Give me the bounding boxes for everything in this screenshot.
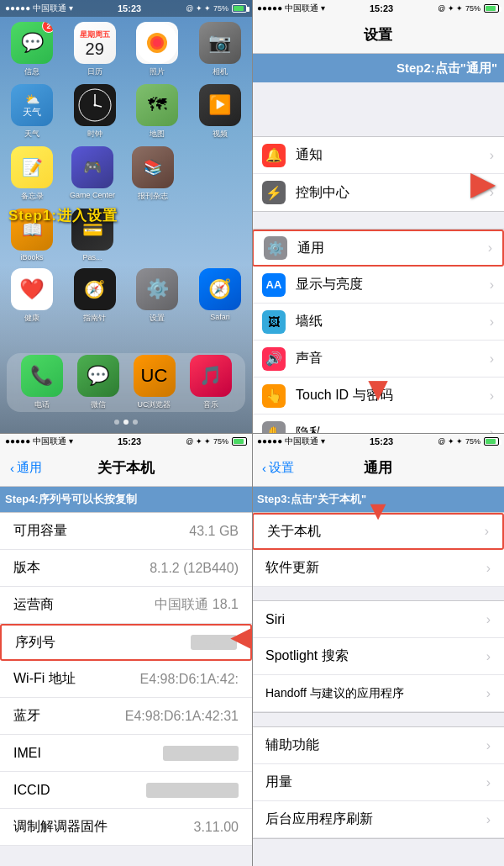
touchid-icon: 👆 (262, 384, 286, 408)
back-chevron-q4: ‹ (262, 461, 266, 475)
about-row-capacity: 可用容量 43.1 GB (0, 513, 252, 550)
general-icon: ⚙️ (264, 236, 287, 260)
serial-blurred: •••••••• (191, 635, 237, 650)
about-row-imei: IMEI •• (0, 735, 252, 772)
general-row-spotlight[interactable]: Spotlight 搜索 › (252, 638, 504, 675)
app-camera[interactable]: 📷 相机 (195, 22, 245, 77)
dock-phone[interactable]: 📞 电话 (17, 355, 67, 410)
battery-icon-q1 (232, 4, 247, 13)
back-label-q3: 通用 (17, 460, 42, 476)
time-q1: 15:23 (118, 3, 141, 13)
notifications-label: 通知 (296, 146, 490, 164)
display-label: 显示与亮度 (296, 276, 490, 293)
dock: 📞 电话 💬 微信 UC UC浏览器 🎵 音乐 (7, 353, 245, 412)
svg-point-3 (153, 39, 161, 47)
app-photos[interactable]: 照片 (132, 22, 182, 77)
messages-badge: 2 (42, 22, 53, 33)
dock-uc[interactable]: UC UC浏览器 (129, 355, 180, 410)
app-settings[interactable]: ⚙️ 设置 (132, 268, 182, 324)
q4-general: ●●●●● 中国联通 ▾ 15:23 @ ✦ ✦ 75% ‹ 设置 通用 Ste… (252, 433, 504, 866)
q3-container: ●●●●● 中国联通 ▾ 15:23 @ ✦ ✦ 75% ‹ 通用 关于本机 S… (0, 433, 252, 866)
wallpaper-label: 墙纸 (296, 313, 490, 330)
step4-label: Step4:序列号可以长按复制 (5, 492, 137, 507)
general-row-usage[interactable]: 用量 › (252, 764, 504, 801)
about-nav-back[interactable]: ‹ 通用 (10, 460, 42, 476)
controlcenter-icon: ⚡ (262, 181, 286, 204)
app-clock[interactable]: 时钟 (70, 84, 120, 140)
about-row-carrier: 运营商 中国联通 18.1 (0, 587, 252, 624)
about-rows: 可用容量 43.1 GB 版本 8.1.2 (12B440) 运营商 中国联通 … (0, 512, 252, 846)
about-nav-title: 关于本机 (97, 458, 155, 478)
iccid-blurred: •• (146, 783, 239, 798)
step4-banner: Step4:序列号可以长按复制 (0, 487, 252, 512)
sounds-icon: 🔊 (262, 347, 286, 371)
general-gap2 (252, 713, 504, 726)
step1-label: Step1:进入设置 (8, 206, 118, 225)
settings-row-display[interactable]: AA 显示与亮度 › (252, 267, 504, 304)
arrow-to-general: ▶ (470, 166, 494, 202)
general-row-handoff[interactable]: Handoff 与建议的应用程序 › (252, 675, 504, 712)
q2-settings: ●●●●● 中国联通 ▾ 15:23 @ ✦ ✦ 75% 设置 Step2:点击… (252, 0, 504, 433)
general-nav-back[interactable]: ‹ 设置 (262, 460, 294, 476)
settings-group-2: ⚙️ 通用 › AA 显示与亮度 › 🖼 墙纸 › 🔊 声音 › 👆 To (252, 229, 504, 452)
settings-row-wallpaper[interactable]: 🖼 墙纸 › (252, 304, 504, 341)
status-bar-q4: ●●●●● 中国联通 ▾ 15:23 @ ✦ ✦ 75% (252, 433, 504, 450)
app-health[interactable]: ❤️ 健康 (7, 268, 57, 324)
q3-about: ●●●●● 中国联通 ▾ 15:23 @ ✦ ✦ 75% ‹ 通用 关于本机 S… (0, 433, 252, 866)
general-label: 通用 (297, 240, 488, 257)
notifications-icon: 🔔 (262, 144, 286, 167)
app-maps[interactable]: 🗺 地图 (132, 84, 182, 140)
general-row-siri[interactable]: Siri › (252, 601, 504, 638)
app-notes[interactable]: 📝 备忘录 (7, 146, 57, 202)
app-messages[interactable]: 💬 2 信息 (7, 22, 57, 77)
status-bar-q2: ●●●●● 中国联通 ▾ 15:23 @ ✦ ✦ 75% (252, 0, 504, 17)
step3-label: Step3:点击"关于本机" (257, 492, 366, 507)
dock-music[interactable]: 🎵 音乐 (186, 355, 236, 410)
general-row-bgrefresh[interactable]: 后台应用程序刷新 › (252, 801, 504, 838)
about-row-serial[interactable]: 序列号 •••••••• (0, 624, 252, 661)
settings-row-controlcenter[interactable]: ⚡ 控制中心 › (252, 174, 504, 211)
status-icons-q2: @ ✦ ✦ 75% (438, 4, 499, 13)
q4-container: ●●●●● 中国联通 ▾ 15:23 @ ✦ ✦ 75% ‹ 设置 通用 Ste… (252, 433, 504, 866)
status-bar-q3: ●●●●● 中国联通 ▾ 15:23 @ ✦ ✦ 75% (0, 433, 252, 450)
general-row-accessibility[interactable]: 辅助功能 › (252, 727, 504, 764)
settings-title: 设置 (364, 25, 392, 45)
app-newsstand[interactable]: 📚 报刊杂志 (128, 146, 178, 202)
time-q3: 15:23 (118, 436, 141, 446)
app-gamecenter[interactable]: 🎮 Game Center (67, 146, 118, 202)
back-label-q4: 设置 (269, 460, 294, 476)
controlcenter-label: 控制中心 (296, 184, 490, 202)
app-weather[interactable]: ⛅ 天气 天气 (7, 84, 57, 140)
v-divider (252, 0, 253, 866)
display-icon: AA (262, 273, 286, 297)
q1-home-screen: ●●●●● 中国联通 ▾ 15:23 @ ✦ ✦ 75% 💬 2 信息 星期周五 (0, 0, 252, 433)
app-calendar[interactable]: 星期周五 29 日历 (70, 22, 120, 77)
about-nav: ‹ 通用 关于本机 (0, 450, 252, 487)
app-safari[interactable]: 🧭 Safari (195, 268, 245, 324)
general-nav-title: 通用 (364, 458, 392, 478)
carrier-q1: ●●●●● 中国联通 ▾ (5, 3, 73, 14)
carrier-q4: ●●●●● 中国联通 ▾ (257, 436, 325, 447)
q2-container: ●●●●● 中国联通 ▾ 15:23 @ ✦ ✦ 75% 设置 Step2:点击… (252, 0, 504, 433)
carrier-q2: ●●●●● 中国联通 ▾ (257, 3, 325, 14)
app-compass[interactable]: 🧭 指南针 (70, 268, 120, 324)
general-nav: ‹ 设置 通用 (252, 450, 504, 487)
app-row-3: 📝 备忘录 🎮 Game Center 📚 报刊杂志 (7, 146, 245, 202)
settings-row-notifications[interactable]: 🔔 通知 › (252, 137, 504, 174)
dock-wechat[interactable]: 💬 微信 (73, 355, 123, 410)
app-videos[interactable]: ▶️ 视频 (195, 84, 245, 140)
status-icons-q1: @ ✦ ✦ 75% (186, 4, 247, 13)
settings-gap-1 (252, 212, 504, 229)
sounds-label: 声音 (296, 350, 490, 367)
settings-row-general[interactable]: ⚙️ 通用 › (252, 230, 504, 267)
app-grid: 💬 2 信息 星期周五 29 日历 (0, 18, 252, 334)
about-row-modem: 调制解调器固件 3.11.00 (0, 809, 252, 846)
app-row-1: 💬 2 信息 星期周五 29 日历 (7, 22, 245, 77)
general-gap (252, 587, 504, 600)
about-row-bluetooth: 蓝牙 E4:98:D6:1A:42:31 (0, 698, 252, 735)
app-row-4: ❤️ 健康 🧭 指南针 ⚙️ 设置 🧭 Safari (7, 268, 245, 324)
general-rows-3: 辅助功能 › 用量 › 后台应用程序刷新 › (252, 726, 504, 839)
general-row-update[interactable]: 软件更新 › (252, 550, 504, 587)
about-row-wifi: Wi-Fi 地址 E4:98:D6:1A:42: (0, 661, 252, 698)
app-row-2: ⛅ 天气 天气 时钟 🗺 地图 (7, 84, 245, 140)
